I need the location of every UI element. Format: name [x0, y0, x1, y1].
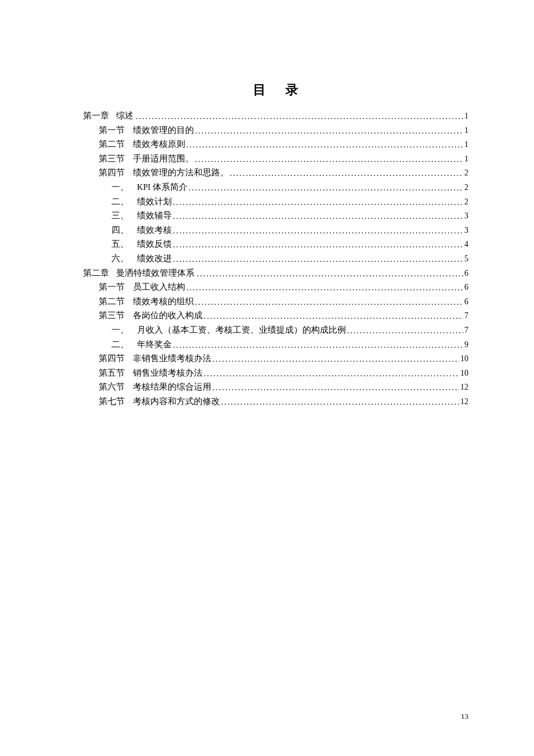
toc-entry-label: 第二节 [99, 140, 125, 149]
toc-entry-label: 一、 [111, 326, 129, 334]
toc-entry-text: 综述 [109, 111, 134, 120]
toc-entry-label: 第四节 [99, 168, 125, 177]
toc-leader-dots [347, 327, 463, 335]
toc-entry-text: 月收入（基本工资、考核工资、业绩提成）的构成比例 [129, 326, 346, 334]
toc-entry-text: 绩效管理的方法和思路。 [125, 168, 229, 177]
toc-entry-text: 绩效考核的组织 [125, 297, 194, 306]
toc-entry: 第二节绩效考核原则1 [83, 140, 468, 149]
toc-entry-page: 12 [459, 383, 468, 391]
toc-leader-dots [212, 384, 459, 392]
toc-title: 目 录 [83, 81, 468, 99]
toc-entry-page: 3 [463, 212, 468, 220]
toc-entry-text: 非销售业绩考核办法 [125, 354, 211, 363]
toc-entry-text: 曼洒特绩效管理体系 [109, 269, 194, 278]
toc-entry-label: 第二章 [83, 269, 109, 278]
toc-entry: 第四节绩效管理的方法和思路。2 [83, 168, 468, 177]
toc-entry-text: 销售业绩考核办法 [125, 369, 203, 377]
toc-entry: 六、绩效改进5 [83, 254, 468, 263]
toc-leader-dots [173, 213, 463, 221]
toc-entry-text: 绩效反馈 [129, 240, 172, 249]
toc-entry: 第二节绩效考核的组织6 [83, 297, 468, 306]
toc-entry-page: 1 [463, 155, 468, 163]
toc-entry-text: 绩效计划 [129, 197, 172, 206]
toc-leader-dots [195, 127, 463, 135]
toc-entry-page: 1 [463, 141, 468, 149]
toc-entry-text: 绩效考核原则 [125, 140, 185, 149]
toc-entry-label: 第一节 [99, 126, 125, 135]
toc-entry-page: 6 [463, 269, 468, 278]
toc-entry-label: 第五节 [99, 369, 125, 377]
toc-entry-label: 四、 [111, 226, 129, 235]
toc-entry: 第一章综述1 [83, 111, 468, 120]
toc-leader-dots [212, 355, 459, 363]
toc-entry: 一、KPI 体系简介2 [83, 183, 468, 192]
toc-leader-dots [173, 341, 463, 350]
toc-leader-dots [186, 284, 463, 292]
toc-entry-text: 员工收入结构 [125, 283, 185, 291]
toc-entry-page: 2 [463, 183, 468, 192]
toc-entry-text: 绩效改进 [129, 254, 172, 263]
toc-entry-label: 六、 [111, 254, 129, 263]
toc-entry-text: 考核内容和方式的修改 [125, 397, 220, 406]
toc-entry: 三、绩效辅导3 [83, 211, 468, 220]
toc-leader-dots [189, 184, 463, 192]
toc-entry: 二、年终奖金9 [83, 340, 468, 349]
toc-entry-page: 5 [463, 255, 468, 263]
toc-entry-text: 手册适用范围。 [125, 154, 194, 163]
toc-entry: 第三节手册适用范围。1 [83, 154, 468, 163]
toc-leader-dots [195, 298, 463, 307]
toc-entry-page: 6 [463, 298, 468, 306]
toc-entry: 第二章曼洒特绩效管理体系6 [83, 269, 468, 278]
toc-leader-dots [221, 398, 459, 406]
toc-leader-dots [173, 199, 463, 207]
toc-entry: 二、绩效计划2 [83, 197, 468, 206]
toc-entry-label: 第四节 [99, 354, 125, 363]
toc-leader-dots [186, 141, 463, 149]
toc-entry-page: 4 [463, 240, 468, 249]
toc-entry-text: 绩效管理的目的 [125, 126, 194, 135]
toc-entry-label: 五、 [111, 240, 129, 249]
toc-entry-page: 9 [463, 341, 468, 349]
toc-leader-dots [173, 241, 463, 249]
toc-entry-page: 10 [459, 369, 468, 377]
toc-leader-dots [173, 227, 463, 235]
toc-entry-text: 各岗位的收入构成 [125, 311, 203, 320]
toc-entry-label: 第七节 [99, 397, 125, 406]
toc-entry-label: 第二节 [99, 297, 125, 306]
toc-entry-label: 第三节 [99, 311, 125, 320]
toc-entry-page: 6 [463, 283, 468, 291]
toc-entry-text: 绩效考核 [129, 226, 172, 235]
toc-entry: 第一节绩效管理的目的1 [83, 126, 468, 135]
toc-leader-dots [204, 312, 463, 321]
toc-entry-text: 年终奖金 [129, 340, 172, 349]
toc-entry: 第一节员工收入结构6 [83, 283, 468, 291]
toc-leader-dots [230, 170, 463, 178]
toc-entry-page: 2 [463, 169, 468, 177]
toc-leader-dots [197, 270, 463, 278]
toc-entry-label: 第三节 [99, 154, 125, 163]
page-number: 13 [461, 712, 468, 721]
toc-entry: 第三节各岗位的收入构成7 [83, 311, 468, 320]
toc-entry: 第五节销售业绩考核办法10 [83, 369, 468, 377]
toc-entry: 第四节非销售业绩考核办法10 [83, 354, 468, 363]
toc-entry-page: 1 [463, 127, 468, 135]
toc-entry-label: 二、 [111, 340, 129, 349]
toc-entry-label: 一、 [111, 183, 129, 192]
document-page: 目 录 第一章综述1第一节绩效管理的目的1第二节绩效考核原则1第三节手册适用范围… [0, 0, 534, 756]
toc-entry-page: 7 [463, 326, 468, 334]
toc-entry: 五、绩效反馈4 [83, 240, 468, 249]
toc-entry-label: 第一章 [83, 111, 109, 120]
toc-entry-page: 1 [463, 112, 468, 120]
toc-entry-label: 二、 [111, 197, 129, 206]
toc-entry: 一、月收入（基本工资、考核工资、业绩提成）的构成比例7 [83, 326, 468, 334]
toc-leader-dots [204, 370, 459, 378]
toc-entry: 四、绩效考核3 [83, 226, 468, 235]
toc-entry-page: 3 [463, 226, 468, 235]
toc-entry: 第六节考核结果的综合运用12 [83, 383, 468, 391]
toc-leader-dots [136, 113, 463, 121]
toc-entry-page: 12 [459, 398, 468, 406]
toc-entry-text: 考核结果的综合运用 [125, 383, 211, 391]
toc-entry-page: 7 [463, 312, 468, 320]
toc-leader-dots [195, 156, 463, 164]
toc-entry-text: KPI 体系简介 [129, 183, 187, 192]
